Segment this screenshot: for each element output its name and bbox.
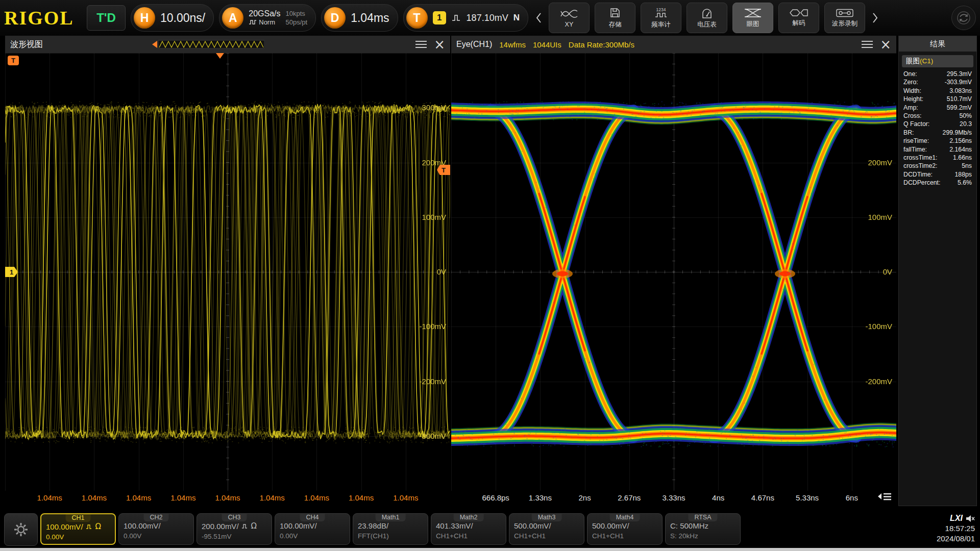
x-axis-label: 1.04ms <box>170 493 195 502</box>
measurement-value: 50% <box>959 112 972 120</box>
measurement-row: fallTime:2.164ns <box>899 145 976 154</box>
channel-tab-label: CH4 <box>300 514 325 521</box>
channel-box-math4[interactable]: Math4500.00mV/CH1+CH1 <box>587 513 663 545</box>
x-axis-label: 5.33ns <box>796 493 819 502</box>
channel-box-ch1[interactable]: CH1100.00mV/Ω0.00V <box>40 513 116 545</box>
expand-results-icon[interactable] <box>876 492 893 504</box>
channel-tab-label: CH1 <box>65 514 90 522</box>
eye-data-rate: Data Rate:300Mb/s <box>569 40 634 49</box>
trigger-edge-icon <box>451 14 461 22</box>
x-axis-label: 1.04ms <box>82 493 107 502</box>
waveform-graticule[interactable]: T T 1 300mV200mV100mV0V-100mV-200mV-300m… <box>5 53 450 491</box>
measurement-value: 2.156ns <box>949 137 972 145</box>
x-axis-label: 1.04ms <box>37 493 62 502</box>
y-axis-label: -200mV <box>419 377 446 386</box>
horizontal-timebase-control[interactable]: H 10.00ns/ <box>131 4 214 32</box>
measurement-label: Width: <box>903 87 921 95</box>
horizontal-knob-button[interactable]: H <box>134 7 155 29</box>
waveform-menu-icon[interactable] <box>415 41 427 48</box>
measurement-label: Amp: <box>903 104 918 112</box>
measurement-row: riseTime:2.156ns <box>899 137 976 145</box>
channel-tab-label: Math3 <box>532 514 562 521</box>
svg-text:1234: 1234 <box>656 7 666 12</box>
eye-wfms-count: 14wfms <box>499 40 526 49</box>
measurement-label: One: <box>903 70 917 78</box>
toolbar-scroll-left-icon[interactable] <box>533 3 544 33</box>
channel-box-ch3[interactable]: CH3200.00mV/Ω-95.51mV <box>197 513 272 545</box>
ribbon-left-arrow-icon <box>152 41 157 48</box>
trigger-position-marker[interactable] <box>216 53 224 59</box>
bottom-channel-bar: CH1100.00mV/Ω0.00VCH2100.00mV/0.00VCH320… <box>0 510 980 548</box>
channel-scale: 23.98dB/ <box>358 521 423 530</box>
assistant-loop-icon[interactable] <box>951 6 976 30</box>
channel-scale: C: 500MHz <box>670 521 736 530</box>
x-axis-label: 3.33ns <box>662 493 685 502</box>
y-axis-label: -100mV <box>419 322 446 331</box>
acquisition-knob-button[interactable]: A <box>222 7 243 29</box>
waveform-canvas[interactable] <box>5 53 450 491</box>
eye-graticule[interactable]: 200mV100mV0V-100mV-200mV <box>451 53 896 491</box>
top-status-bar: RIGOL T'D H 10.00ns/ A 20GSa/s Norm 10kp… <box>0 0 980 36</box>
toolbar-button-storage[interactable]: 存储 <box>595 3 635 33</box>
measurement-label: fallTime: <box>903 145 927 154</box>
toolbar-button-eye[interactable]: 眼图 <box>732 3 773 33</box>
acquisition-control[interactable]: A 20GSa/s Norm 10kpts 50ps/pt <box>219 4 316 32</box>
ribbon-zigzag-preview <box>158 40 264 49</box>
delay-control[interactable]: D 1.04ms <box>321 4 398 32</box>
y-axis-label: -100mV <box>865 322 892 331</box>
x-axis-label: 1.33ns <box>529 493 552 502</box>
memory-depth: 10kpts <box>286 9 308 18</box>
toolbar-button-voltmeter[interactable]: 电压表 <box>687 3 727 33</box>
eye-menu-icon[interactable] <box>862 41 873 48</box>
y-axis-label: -300mV <box>419 432 446 440</box>
measurement-label: Cross: <box>903 112 922 120</box>
channel-box-math2[interactable]: Math2401.33mV/CH1+CH1 <box>431 513 506 545</box>
trigger-control[interactable]: T 1 187.10mV N <box>403 4 528 32</box>
results-eye-tab[interactable]: 眼图(C1) <box>902 55 973 67</box>
measurement-value: 2.164ns <box>949 145 972 154</box>
sample-rate: 20GSa/s <box>249 9 280 18</box>
channel-box-rtsa[interactable]: RTSAC: 500MHzS: 20kHz <box>665 513 741 545</box>
trigger-knob-button[interactable]: T <box>406 7 428 29</box>
channel-box-ch4[interactable]: CH4100.00mV/0.00V <box>275 513 350 545</box>
channel-box-math1[interactable]: Math123.98dB/FFT(CH1) <box>353 513 428 545</box>
channel-offset: 0.00V <box>124 532 189 540</box>
measurement-label: crossTime1: <box>903 154 938 162</box>
x-axis-label: 4.67ns <box>751 493 774 502</box>
toolbar-button-decode[interactable]: 解码 <box>778 3 819 33</box>
channel-scale: 401.33mV/ <box>436 521 501 530</box>
y-axis-label: 300mV <box>422 103 446 112</box>
speaker-muted-icon[interactable] <box>966 515 975 522</box>
measurement-value: 1.66ns <box>953 154 972 162</box>
measurement-list: One:295.3mVZero:-303.9mVWidth:3.083nsHei… <box>899 70 976 187</box>
frequency-counter-icon: 1234 <box>654 7 668 19</box>
eye-ui-count: 1044UIs <box>533 40 561 49</box>
measurement-value: 599.2mV <box>947 104 972 112</box>
toolbar-button-record[interactable]: 波形录制 <box>824 3 865 33</box>
channel-box-math3[interactable]: Math3500.00mV/CH1+CH1 <box>509 513 584 545</box>
channel-tab-label: CH2 <box>143 514 168 521</box>
channel-offset: 0.00V <box>280 532 345 540</box>
x-axis-label: 1.04ms <box>349 493 374 502</box>
waveform-close-icon[interactable]: × <box>434 38 445 51</box>
eye-canvas[interactable] <box>451 53 896 491</box>
trigger-level-value: 187.10mV <box>467 13 508 23</box>
channel-tab-label: Math2 <box>454 514 484 521</box>
lxi-label: LXI <box>950 513 963 523</box>
toolbar-scroll-right-icon[interactable] <box>870 3 880 33</box>
toolbar-button-xy[interactable]: XY <box>549 3 590 33</box>
toolbar-button-counter[interactable]: 1234 频率计 <box>641 3 681 33</box>
timebase-position-ribbon[interactable] <box>152 39 264 49</box>
channel-tab-label: CH3 <box>222 514 247 521</box>
eye-close-icon[interactable]: × <box>880 38 891 51</box>
measurement-value: 5ns <box>962 162 972 170</box>
trigger-source-tag[interactable]: T <box>8 56 19 65</box>
clock-area: LXI 18:57:25 2024/08/01 <box>937 513 975 544</box>
gear-icon <box>12 521 30 538</box>
results-title: 结果 <box>899 36 976 52</box>
delay-knob-button[interactable]: D <box>324 7 346 29</box>
channel-box-ch2[interactable]: CH2100.00mV/0.00V <box>118 513 194 545</box>
measurement-value: 295.3mV <box>947 70 972 78</box>
setup-gear-button[interactable] <box>4 513 38 546</box>
x-axis-label: 6ns <box>846 493 858 502</box>
